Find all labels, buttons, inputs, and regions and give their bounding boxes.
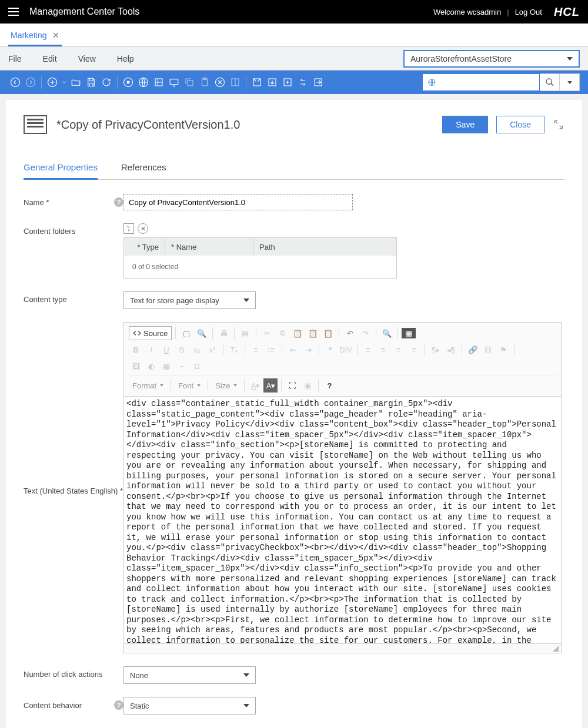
save-icon[interactable] bbox=[84, 75, 98, 89]
import-icon[interactable] bbox=[265, 75, 279, 89]
save-button[interactable]: Save bbox=[442, 116, 488, 133]
help-icon[interactable]: ? bbox=[114, 700, 123, 710]
stop-icon[interactable] bbox=[121, 75, 135, 89]
export-icon[interactable] bbox=[311, 75, 325, 89]
tab-marketing[interactable]: Marketing ✕ bbox=[8, 25, 62, 46]
forward-icon[interactable] bbox=[24, 75, 38, 89]
click-actions-label: Number of click actions bbox=[24, 670, 102, 679]
close-icon[interactable]: ✕ bbox=[52, 31, 59, 40]
tab-references[interactable]: References bbox=[121, 157, 166, 179]
showblocks-icon[interactable]: ▣ bbox=[300, 378, 315, 392]
paste-text-icon[interactable]: 📋 bbox=[306, 326, 320, 340]
preview-page-icon[interactable]: 🔍 bbox=[195, 326, 209, 340]
behavior-select[interactable]: Static bbox=[123, 697, 256, 714]
div-icon[interactable]: DIV bbox=[338, 343, 353, 357]
globe-icon[interactable] bbox=[136, 75, 151, 89]
maximize-icon[interactable]: ⛶ bbox=[285, 378, 299, 392]
find-add-icon[interactable]: ⤵ bbox=[123, 223, 134, 234]
print-icon[interactable]: 🖶 bbox=[216, 326, 230, 340]
superscript-icon[interactable]: x² bbox=[205, 343, 219, 357]
name-input[interactable] bbox=[123, 194, 353, 210]
store-selector[interactable]: AuroraStorefrontAssetStore bbox=[403, 50, 580, 68]
search-dropdown[interactable] bbox=[560, 73, 580, 91]
bgcolor-icon[interactable]: A▾ bbox=[263, 378, 278, 392]
ltr-icon[interactable]: ¶▸ bbox=[429, 343, 443, 357]
italic-icon[interactable]: I bbox=[144, 343, 158, 357]
refresh-icon[interactable] bbox=[99, 75, 113, 89]
editor-source-button[interactable]: Source bbox=[129, 326, 172, 340]
delete-icon[interactable] bbox=[213, 75, 227, 89]
col-type[interactable]: * Type bbox=[124, 238, 165, 256]
swap-icon[interactable] bbox=[296, 75, 310, 89]
about-icon[interactable]: ? bbox=[322, 378, 336, 392]
paste-icon[interactable] bbox=[198, 75, 212, 89]
strike-icon[interactable]: S bbox=[175, 343, 189, 357]
numlist-icon[interactable]: ≡ bbox=[249, 343, 263, 357]
undo-icon[interactable]: ↶ bbox=[343, 326, 357, 340]
search-input[interactable] bbox=[422, 73, 540, 91]
menu-help[interactable]: Help bbox=[117, 54, 134, 63]
search-button[interactable] bbox=[540, 73, 560, 91]
image-icon[interactable]: 🖼 bbox=[129, 359, 143, 373]
outdent-icon[interactable]: ⇤ bbox=[286, 343, 300, 357]
template-icon[interactable]: ▤ bbox=[238, 326, 252, 340]
link-icon[interactable]: 🔗 bbox=[466, 343, 480, 357]
paste-word-icon[interactable]: 📋 bbox=[321, 326, 335, 340]
specialchar-icon[interactable]: Ω bbox=[190, 359, 204, 373]
align-center-icon[interactable]: ≡ bbox=[376, 343, 390, 357]
indent-icon[interactable]: ⇥ bbox=[301, 343, 315, 357]
logout-link[interactable]: Log Out bbox=[515, 8, 542, 16]
textcolor-icon[interactable]: A▾ bbox=[248, 378, 262, 392]
content-type-select[interactable]: Text for store page display bbox=[123, 291, 256, 309]
menu-icon[interactable] bbox=[8, 8, 19, 16]
underline-icon[interactable]: U bbox=[159, 343, 173, 357]
cut-icon[interactable]: ✂ bbox=[260, 326, 274, 340]
copy-icon[interactable]: ⧉ bbox=[275, 326, 289, 340]
rtl-icon[interactable]: ◂¶ bbox=[444, 343, 458, 357]
edit-column-icon[interactable] bbox=[228, 75, 242, 89]
editor-textarea[interactable] bbox=[124, 397, 561, 643]
selectall-icon[interactable]: ▦ bbox=[402, 328, 416, 338]
chevron-down-icon[interactable] bbox=[61, 75, 68, 89]
font-select[interactable]: Font bbox=[175, 381, 204, 390]
remove-icon[interactable]: ✕ bbox=[138, 223, 148, 234]
preview-icon[interactable] bbox=[167, 75, 181, 89]
help-icon[interactable]: ? bbox=[114, 197, 123, 207]
anchor-icon[interactable]: ⚑ bbox=[496, 343, 510, 357]
open-icon[interactable] bbox=[69, 75, 83, 89]
subscript-icon[interactable]: x₂ bbox=[190, 343, 204, 357]
find-icon[interactable]: 🔍 bbox=[380, 326, 394, 340]
col-path[interactable]: Path bbox=[253, 238, 396, 256]
blockquote-icon[interactable]: ❝ bbox=[323, 343, 337, 357]
col-name[interactable]: * Name bbox=[165, 238, 253, 256]
size-select[interactable]: Size bbox=[212, 381, 240, 390]
bold-icon[interactable]: B bbox=[129, 343, 143, 357]
bullist-icon[interactable]: ⁝≡ bbox=[264, 343, 278, 357]
back-icon[interactable] bbox=[8, 75, 22, 89]
format-select[interactable]: Format bbox=[129, 381, 167, 390]
menu-file[interactable]: File bbox=[8, 54, 22, 63]
columns-icon[interactable] bbox=[152, 75, 166, 89]
hr-icon[interactable]: − bbox=[175, 359, 189, 373]
copy-icon[interactable] bbox=[182, 75, 196, 89]
new-icon[interactable] bbox=[45, 75, 59, 89]
unlink-icon[interactable]: ⛓ bbox=[481, 343, 495, 357]
align-left-icon[interactable]: ≡ bbox=[361, 343, 375, 357]
flash-icon[interactable]: ◐ bbox=[144, 359, 158, 373]
menu-view[interactable]: View bbox=[78, 54, 96, 63]
compare-icon[interactable] bbox=[280, 75, 295, 89]
editor-resize-handle[interactable] bbox=[124, 643, 561, 653]
paste-icon[interactable]: 📋 bbox=[290, 326, 305, 340]
close-button[interactable]: Close bbox=[496, 116, 544, 133]
redo-icon[interactable]: ↷ bbox=[358, 326, 372, 340]
tab-general-properties[interactable]: General Properties bbox=[24, 157, 98, 180]
new-page-icon[interactable]: ▢ bbox=[179, 326, 193, 340]
menu-edit[interactable]: Edit bbox=[43, 54, 57, 63]
align-justify-icon[interactable]: ≡ bbox=[407, 343, 421, 357]
removeformat-icon[interactable]: Tₓ bbox=[227, 343, 241, 357]
expand-icon[interactable] bbox=[553, 119, 564, 130]
align-right-icon[interactable]: ≡ bbox=[392, 343, 406, 357]
click-actions-select[interactable]: None bbox=[123, 666, 256, 684]
workspace-icon[interactable] bbox=[250, 75, 264, 89]
table-icon[interactable]: ▦ bbox=[159, 359, 173, 373]
